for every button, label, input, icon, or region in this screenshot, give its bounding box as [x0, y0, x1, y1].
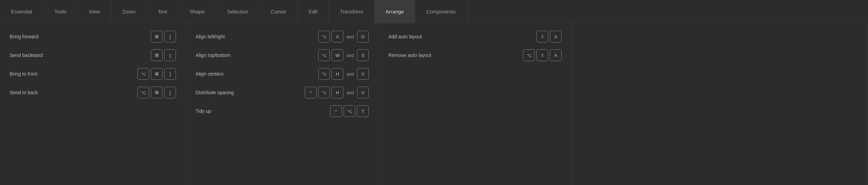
key-cmd: ⌘ [151, 87, 163, 98]
key-opt: ⌥ [137, 87, 149, 98]
shortcut-tidy-up: Tidy up ^ ⌥ T [196, 105, 369, 117]
and-text: and [345, 53, 355, 58]
tab-transform[interactable]: Transform [329, 0, 375, 23]
section-components [572, 23, 868, 185]
key-opt: ⌥ [523, 49, 535, 61]
tab-cursor[interactable]: Cursor [260, 0, 297, 23]
key-a: A [332, 31, 343, 42]
bring-to-front-keys: ⌥ ⌘ ] [137, 68, 176, 80]
align-centers-label: Align centers [196, 71, 258, 77]
tab-text[interactable]: Text [147, 0, 179, 23]
remove-auto-layout-keys: ⌥ ⇧ A [523, 49, 562, 61]
tab-edit[interactable]: Edit [297, 0, 329, 23]
align-leftright-keys: ⌥ A and D [318, 31, 369, 42]
tab-tools[interactable]: Tools [43, 0, 78, 23]
tidy-up-label: Tidy up [196, 108, 258, 114]
shortcut-align-topbottom: Align top/bottom ⌥ W and S [196, 49, 369, 61]
send-backward-keys: ⌘ [ [151, 49, 176, 61]
section-edit: Add auto layout ⇧ A Remove auto layout ⌥… [379, 23, 572, 185]
content-area: Bring forward ⌘ ] Send backward ⌘ [ Brin… [0, 23, 868, 185]
add-auto-layout-label: Add auto layout [388, 34, 450, 39]
bring-forward-label: Bring forward [10, 34, 72, 39]
distribute-spacing-keys: ^ ⌥ H and V [305, 87, 369, 98]
key-bracket-left: [ [164, 49, 176, 61]
send-to-back-keys: ⌥ ⌘ [ [137, 87, 176, 98]
key-opt: ⌥ [318, 68, 330, 80]
shortcut-bring-forward: Bring forward ⌘ ] [10, 30, 176, 43]
key-ctrl: ^ [330, 105, 342, 117]
send-backward-label: Send backward [10, 52, 72, 58]
key-d: D [357, 31, 369, 42]
key-a: A [550, 31, 562, 42]
key-h: H [332, 87, 343, 98]
key-ctrl: ^ [305, 87, 316, 98]
tab-essential[interactable]: Essential [0, 0, 43, 23]
tab-arrange[interactable]: Arrange [375, 0, 415, 23]
key-cmd: ⌘ [151, 49, 163, 61]
key-opt: ⌥ [318, 87, 330, 98]
key-a: A [550, 49, 562, 61]
align-topbottom-keys: ⌥ W and S [318, 49, 369, 61]
key-shift: ⇧ [536, 49, 548, 61]
section-selection: Align left/right ⌥ A and D Align top/bot… [186, 23, 379, 185]
key-opt: ⌥ [318, 31, 330, 42]
key-opt: ⌥ [344, 105, 355, 117]
tab-components[interactable]: Components [415, 0, 467, 23]
shortcut-bring-to-front: Bring to front ⌥ ⌘ ] [10, 68, 176, 80]
remove-auto-layout-label: Remove auto layout [388, 52, 450, 58]
shortcut-add-auto-layout: Add auto layout ⇧ A [388, 30, 562, 43]
tab-selection[interactable]: Selection [216, 0, 260, 23]
tab-shape[interactable]: Shape [179, 0, 216, 23]
bring-to-front-label: Bring to front [10, 71, 72, 77]
tab-zoom[interactable]: Zoom [111, 0, 147, 23]
key-bracket-right: ] [164, 68, 176, 80]
align-centers-keys: ⌥ H and V [318, 68, 369, 80]
key-cmd: ⌘ [151, 68, 163, 80]
key-bracket-right: ] [164, 31, 176, 42]
shortcut-send-backward: Send backward ⌘ [ [10, 49, 176, 61]
align-topbottom-label: Align top/bottom [196, 52, 258, 58]
shortcut-align-centers: Align centers ⌥ H and V [196, 68, 369, 80]
bring-forward-keys: ⌘ ] [151, 31, 176, 42]
key-h: H [332, 68, 343, 80]
tidy-up-keys: ^ ⌥ T [330, 105, 369, 117]
send-to-back-label: Send to back [10, 90, 72, 95]
and-text: and [345, 34, 355, 39]
tab-view[interactable]: View [78, 0, 111, 23]
shortcut-align-leftright: Align left/right ⌥ A and D [196, 30, 369, 43]
shortcut-distribute-spacing: Distribute spacing ^ ⌥ H and V [196, 86, 369, 99]
key-t: T [357, 105, 369, 117]
header-tabs: Essential Tools View Zoom Text Shape Sel… [0, 0, 868, 23]
add-auto-layout-keys: ⇧ A [536, 31, 562, 42]
distribute-spacing-label: Distribute spacing [196, 90, 258, 95]
key-v: V [357, 87, 369, 98]
key-shift: ⇧ [536, 31, 548, 42]
and-text: and [345, 71, 355, 77]
and-text: and [345, 90, 355, 95]
align-leftright-label: Align left/right [196, 34, 258, 39]
key-v: V [357, 68, 369, 80]
key-w: W [332, 49, 343, 61]
key-bracket-left: [ [164, 87, 176, 98]
section-arrange: Bring forward ⌘ ] Send backward ⌘ [ Brin… [0, 23, 186, 185]
shortcut-send-to-back: Send to back ⌥ ⌘ [ [10, 86, 176, 99]
key-s: S [357, 49, 369, 61]
key-opt: ⌥ [137, 68, 149, 80]
shortcut-remove-auto-layout: Remove auto layout ⌥ ⇧ A [388, 49, 562, 61]
key-cmd: ⌘ [151, 31, 163, 42]
key-opt: ⌥ [318, 49, 330, 61]
